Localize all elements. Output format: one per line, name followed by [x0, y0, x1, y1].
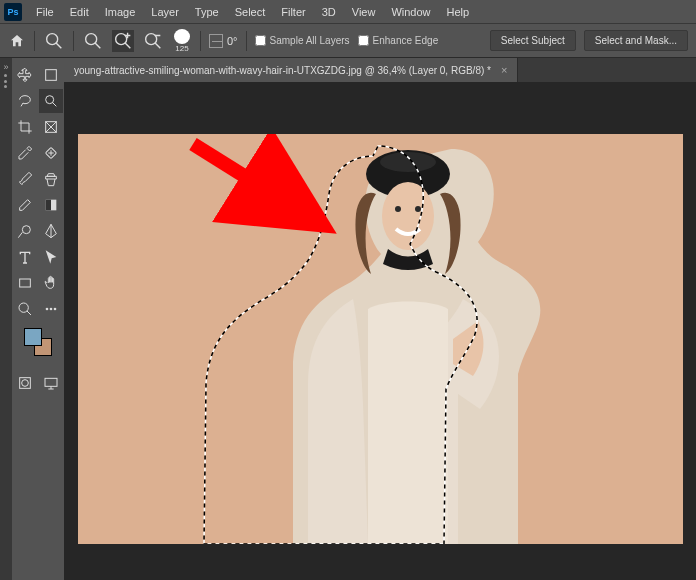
menu-bar: Ps File Edit Image Layer Type Select Fil… — [0, 0, 696, 24]
menu-layer[interactable]: Layer — [143, 6, 187, 18]
home-icon[interactable] — [8, 32, 26, 50]
artboard-tool[interactable] — [39, 63, 63, 87]
svg-line-24 — [193, 144, 313, 219]
options-bar: 125 0° Sample All Layers Enhance Edge Se… — [0, 24, 696, 58]
brush-tool[interactable] — [13, 167, 37, 191]
svg-rect-11 — [20, 279, 31, 287]
hand-tool[interactable] — [39, 271, 63, 295]
enhance-edge-checkbox[interactable]: Enhance Edge — [358, 35, 439, 46]
subtract-selection-icon[interactable] — [142, 30, 164, 52]
lasso-tool[interactable] — [13, 89, 37, 113]
document-tab[interactable]: young-attractive-smiling-woman-with-wavy… — [64, 58, 518, 82]
document-tab-bar: young-attractive-smiling-woman-with-wavy… — [64, 58, 696, 82]
menu-view[interactable]: View — [344, 6, 384, 18]
dodge-tool[interactable] — [13, 219, 37, 243]
quick-selection-tool[interactable] — [39, 89, 63, 113]
type-tool[interactable] — [13, 245, 37, 269]
annotation-arrow — [183, 134, 338, 248]
add-selection-icon[interactable] — [112, 30, 134, 52]
menu-help[interactable]: Help — [439, 6, 478, 18]
color-swatch[interactable] — [24, 328, 52, 356]
close-tab-icon[interactable]: × — [501, 64, 507, 76]
menu-image[interactable]: Image — [97, 6, 144, 18]
document-canvas[interactable] — [78, 134, 683, 544]
brush-preview[interactable]: 125 — [172, 29, 192, 53]
brush-size-value: 125 — [175, 44, 188, 53]
svg-rect-4 — [46, 70, 57, 81]
edit-toolbar[interactable] — [39, 297, 63, 321]
menu-window[interactable]: Window — [383, 6, 438, 18]
collapse-chevron-icon[interactable]: » — [3, 62, 8, 72]
pen-tool[interactable] — [39, 219, 63, 243]
frame-tool[interactable] — [39, 115, 63, 139]
divider — [246, 31, 247, 51]
svg-rect-18 — [45, 378, 57, 386]
menu-type[interactable]: Type — [187, 6, 227, 18]
divider — [73, 31, 74, 51]
svg-point-14 — [50, 308, 53, 311]
menu-select[interactable]: Select — [227, 6, 274, 18]
menu-edit[interactable]: Edit — [62, 6, 97, 18]
photoshop-logo-icon: Ps — [4, 3, 22, 21]
enhance-edge-label: Enhance Edge — [373, 35, 439, 46]
clone-stamp-tool[interactable] — [39, 167, 63, 191]
svg-point-15 — [54, 308, 57, 311]
rectangle-tool[interactable] — [13, 271, 37, 295]
divider — [34, 31, 35, 51]
select-and-mask-button[interactable]: Select and Mask... — [584, 30, 688, 51]
menu-filter[interactable]: Filter — [273, 6, 313, 18]
brush-angle[interactable]: 0° — [209, 34, 238, 48]
move-tool[interactable] — [13, 63, 37, 87]
tools-panel — [12, 58, 64, 580]
panel-collapse-strip[interactable]: » — [0, 58, 12, 580]
sample-all-layers-input[interactable] — [255, 35, 266, 46]
eraser-tool[interactable] — [13, 193, 37, 217]
document-tab-label: young-attractive-smiling-woman-with-wavy… — [74, 65, 491, 76]
select-subject-button[interactable]: Select Subject — [490, 30, 576, 51]
svg-point-12 — [19, 303, 28, 312]
foreground-color-swatch[interactable] — [24, 328, 42, 346]
healing-brush-tool[interactable] — [39, 141, 63, 165]
quick-mask-tool[interactable] — [13, 371, 37, 395]
sample-all-layers-label: Sample All Layers — [270, 35, 350, 46]
path-selection-tool[interactable] — [39, 245, 63, 269]
svg-point-17 — [22, 380, 29, 387]
quick-selection-tool-icon[interactable] — [43, 30, 65, 52]
svg-point-13 — [46, 308, 49, 311]
screen-mode-tool[interactable] — [39, 371, 63, 395]
enhance-edge-input[interactable] — [358, 35, 369, 46]
selection-marquee-alt — [78, 134, 683, 544]
gradient-tool[interactable] — [39, 193, 63, 217]
svg-rect-9 — [46, 200, 51, 211]
angle-value: 0° — [227, 35, 238, 47]
canvas-area: young-attractive-smiling-woman-with-wavy… — [64, 58, 696, 580]
svg-point-10 — [22, 226, 30, 234]
divider — [200, 31, 201, 51]
menu-file[interactable]: File — [28, 6, 62, 18]
crop-tool[interactable] — [13, 115, 37, 139]
brush-circle-icon — [174, 29, 190, 44]
angle-icon — [209, 34, 223, 48]
new-selection-icon[interactable] — [82, 30, 104, 52]
workspace: » — [0, 58, 696, 580]
eyedropper-tool[interactable] — [13, 141, 37, 165]
flyout-dots-icon[interactable] — [4, 74, 8, 88]
sample-all-layers-checkbox[interactable]: Sample All Layers — [255, 35, 350, 46]
zoom-tool[interactable] — [13, 297, 37, 321]
menu-3d[interactable]: 3D — [314, 6, 344, 18]
